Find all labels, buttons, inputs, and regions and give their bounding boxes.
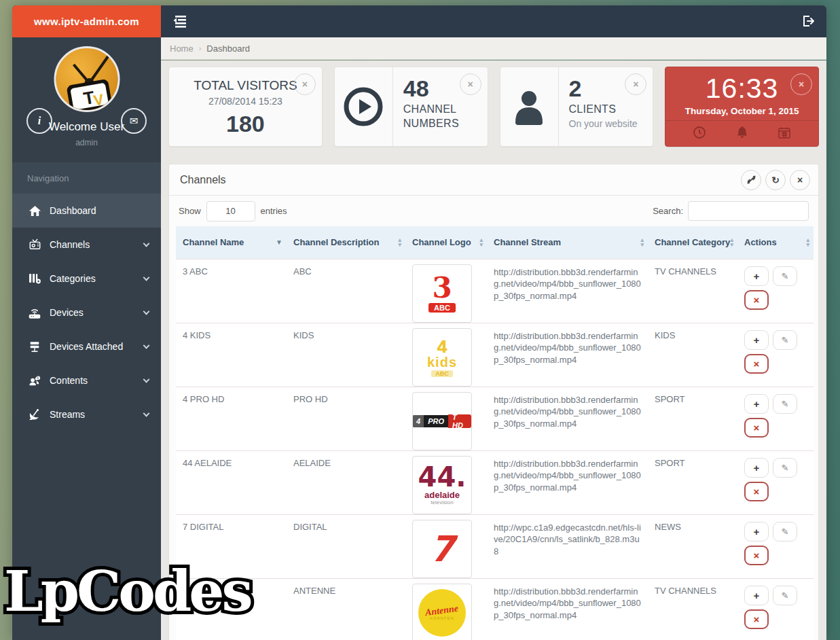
sort-icon [640,238,644,247]
close-icon[interactable]: × [460,73,481,95]
stats-row: × TOTAL VISITORS 27/08/2014 15:23 180 × … [168,67,819,147]
add-button[interactable]: + [744,458,769,478]
col-channel-name[interactable]: Channel Name [176,226,287,259]
sidebar-item-streams[interactable]: Streams [12,397,161,431]
sort-icon [276,240,282,245]
sidebar-item-devices-attached[interactable]: Devices Attached [12,330,161,363]
chevron-down-icon [143,342,150,349]
edit-button[interactable]: ✎ [773,522,797,541]
clock-card: × 16:33 Thursday, October 1, 2015 [665,67,819,147]
info-icon[interactable]: i [26,108,52,134]
sidebar-item-dashboard[interactable]: Dashboard [12,194,161,228]
breadcrumb-separator: › [199,44,202,52]
edit-button[interactable]: ✎ [773,394,797,414]
add-button[interactable]: + [744,522,769,541]
sidebar-item-label: Devices [50,307,84,318]
close-icon[interactable]: × [790,73,812,95]
channel-logo-44adelaide: 44. adelaide television [412,456,472,514]
col-channel-category[interactable]: Channel Category [648,226,737,259]
channel-logo-4prohd: 4 PRO T HD [412,392,472,450]
sidebar: www.iptv-admin.com i T V ✉ Welcome User [12,5,161,640]
col-channel-logo[interactable]: Channel Logo [405,226,487,259]
cell-name: 4 PRO HD [176,387,287,450]
expand-icon[interactable] [741,170,761,190]
info-glyph: i [38,115,41,127]
panel-close-icon[interactable]: × [790,170,810,190]
delete-button[interactable]: × [744,418,769,438]
home-icon [27,204,42,217]
panel-title: Channels [180,174,226,186]
cell-description: ANTENNE [287,578,405,640]
edit-button[interactable]: ✎ [773,330,797,350]
close-icon[interactable]: × [294,73,316,95]
delete-button[interactable]: × [744,609,769,629]
breadcrumb-home[interactable]: Home [170,43,194,54]
logo-text: television [431,499,453,505]
content: × TOTAL VISITORS 27/08/2014 15:23 180 × … [161,60,826,640]
cell-description: AELAIDE [287,450,405,514]
logo-text: PRO [424,415,448,427]
logout-icon[interactable] [801,14,816,31]
mail-icon[interactable]: ✉ [121,108,147,134]
chevron-down-icon [143,308,150,315]
add-button[interactable]: + [744,394,769,414]
delete-button[interactable]: × [744,354,769,374]
sort-icon [479,238,483,247]
sidebar-toggle-icon[interactable] [172,14,188,31]
navigation-label: Navigation [12,162,161,194]
cell-name: 44 AELAIDE [176,450,287,514]
edit-button[interactable]: ✎ [773,458,797,478]
chevron-down-icon [143,376,150,383]
delete-button[interactable]: × [744,290,769,310]
col-actions[interactable]: Actions [737,226,814,259]
mail-glyph: ✉ [130,115,139,127]
col-channel-description[interactable]: Channel Description [287,226,405,259]
close-glyph: × [799,79,804,90]
sidebar-item-label: Contents [50,375,88,386]
table-controls: Show entries Search: [169,196,818,226]
categories-icon [27,272,42,285]
cell-stream: http://distribution.bbb3d.renderfarming.… [487,259,648,323]
add-button[interactable]: + [744,266,769,286]
add-button[interactable]: + [744,586,769,605]
sidebar-item-contents[interactable]: i Contents [12,363,161,397]
entries-input[interactable] [206,201,255,221]
col-channel-stream[interactable]: Channel Stream [487,226,648,259]
logo-text: 44. [418,465,467,489]
close-icon[interactable]: × [625,73,646,95]
card-value: 180 [169,111,322,137]
delete-button[interactable]: × [744,482,769,501]
logo-text: 4 [437,338,447,355]
sidebar-nav: Dashboard Channels Categories [12,194,161,431]
logo-text: kids [427,355,457,369]
bell-icon[interactable] [736,126,748,142]
logo-text: 7 [430,531,454,567]
delete-button[interactable]: × [744,546,769,565]
server-icon [27,340,42,353]
breadcrumb-current: Dashboard [206,43,250,54]
avatar: T V [54,46,120,112]
main-area: Home › Dashboard × TOTAL VISITORS 27/08/… [161,5,826,640]
breadcrumb: Home › Dashboard [161,37,826,60]
router-icon [27,306,42,319]
sidebar-item-channels[interactable]: Channels [12,228,161,262]
refresh-icon[interactable]: ↻ [765,170,786,190]
chevron-down-icon [143,241,150,247]
search-input[interactable] [688,201,809,221]
clock-icon[interactable] [693,126,706,142]
edit-button[interactable]: ✎ [773,266,797,286]
table-row: 44 AELAIDE AELAIDE 44. adelaide televisi… [176,450,814,514]
calendar-icon[interactable] [778,126,791,142]
close-glyph: × [302,79,308,90]
refresh-glyph: ↻ [771,175,780,185]
cell-description: KIDS [287,323,405,387]
sidebar-item-devices[interactable]: Devices [12,296,161,330]
channel-logo-antenne: Antenne KÄRNTEN [412,584,472,640]
clock-date: Thursday, October 1, 2015 [665,106,818,116]
cell-stream: http://wpc.c1a9.edgecastcdn.net/hls-live… [487,514,648,578]
add-button[interactable]: + [744,330,769,350]
sidebar-item-categories[interactable]: Categories [12,262,161,296]
edit-button[interactable]: ✎ [773,586,797,605]
logo-text: ABC [431,370,453,377]
sidebar-item-label: Dashboard [50,205,96,216]
